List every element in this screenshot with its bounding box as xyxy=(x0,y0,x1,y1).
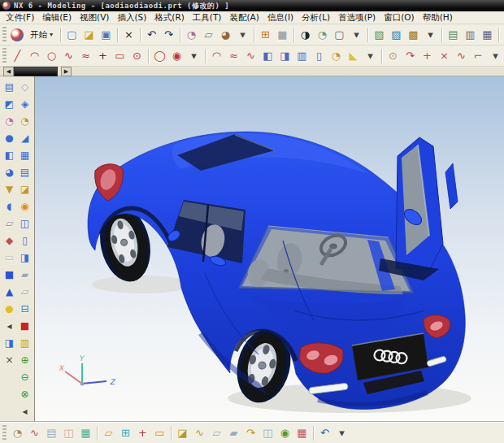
two-boxes-icon[interactable]: ◫ xyxy=(18,215,32,232)
hole-icon[interactable]: ◖ xyxy=(2,198,16,215)
shell-icon[interactable]: ◔ xyxy=(18,112,32,129)
menu-item-0[interactable]: 文件(F) xyxy=(2,11,38,24)
chamfer-icon[interactable]: ◇ xyxy=(18,78,32,95)
delete-icon[interactable]: × xyxy=(120,27,137,43)
view-iso-icon[interactable]: ▧ xyxy=(371,27,388,43)
sheets-icon[interactable]: ◫ xyxy=(259,425,276,441)
menu-item-9[interactable]: 首选项(P) xyxy=(334,11,380,24)
trim-curve-icon[interactable]: ⌐ xyxy=(470,48,487,64)
new-file-icon[interactable]: ▢ xyxy=(63,27,80,43)
layer-settings-icon[interactable]: ▤ xyxy=(445,27,462,43)
more-operations-caret-icon[interactable]: ◂ xyxy=(18,402,32,419)
menu-item-8[interactable]: 分析(L) xyxy=(298,11,334,24)
plus-curve-icon[interactable]: + xyxy=(419,48,436,64)
layer-category-icon[interactable]: ▦ xyxy=(479,27,496,43)
line-icon[interactable]: ╱ xyxy=(9,48,26,64)
view-trimetric-icon[interactable]: ▨ xyxy=(388,27,405,43)
two-pages-icon[interactable]: ▤ xyxy=(2,78,16,95)
block-primitive-icon[interactable]: ■ xyxy=(2,266,16,283)
sketch-curve-icon[interactable]: ∿ xyxy=(26,425,43,441)
scale-body-icon[interactable]: ◪ xyxy=(18,180,32,198)
csys-arrows-icon[interactable]: + xyxy=(134,425,151,441)
menu-item-10[interactable]: 窗口(O) xyxy=(380,11,418,24)
dock-scroll-right-button[interactable]: ▶ xyxy=(61,67,72,76)
cone-primitive-icon[interactable]: ▲ xyxy=(2,283,16,300)
gold-wave-icon[interactable]: ∿ xyxy=(191,425,208,441)
thicken-icon[interactable]: ▤ xyxy=(18,163,32,180)
project-curve-icon[interactable]: ◧ xyxy=(259,48,276,64)
polygon-icon[interactable]: ⊙ xyxy=(128,48,146,64)
unite-sheet-icon[interactable]: ◉ xyxy=(18,198,32,215)
menu-item-4[interactable]: 格式(R) xyxy=(150,11,189,24)
sphere-section-icon[interactable]: ◕ xyxy=(2,163,16,180)
hook-icon[interactable]: ↷ xyxy=(242,425,259,441)
sheet-b-icon[interactable]: ▱ xyxy=(18,283,32,300)
magnet-icon[interactable]: ◔ xyxy=(2,112,16,129)
more-features-caret-icon[interactable]: ◂ xyxy=(2,317,16,334)
touch-caret-icon[interactable]: ▾ xyxy=(234,27,251,43)
touch-mode-icon[interactable]: ◕ xyxy=(217,27,234,43)
save-file-icon[interactable]: ▣ xyxy=(98,27,115,43)
pad-icon[interactable]: ▱ xyxy=(2,215,16,232)
open-file-icon[interactable]: ◪ xyxy=(80,27,98,43)
red-grid-icon[interactable]: ▦ xyxy=(293,425,311,441)
zoom-curve-icon[interactable]: ⊙ xyxy=(385,48,402,64)
menu-item-1[interactable]: 编辑(E) xyxy=(38,11,76,24)
rotate-view-icon[interactable]: ↶ xyxy=(316,425,333,441)
toolbar-handle[interactable] xyxy=(2,27,7,43)
undo-icon[interactable]: ↶ xyxy=(143,27,160,43)
delete-body-icon[interactable]: ■ xyxy=(18,317,32,334)
spline-icon[interactable]: ∿ xyxy=(60,48,77,64)
menu-item-7[interactable]: 信息(I) xyxy=(263,11,298,24)
display-style-icon[interactable]: ▢ xyxy=(331,27,348,43)
doc-transfer-icon[interactable]: ▱ xyxy=(100,425,117,441)
boolean-unite-icon[interactable]: ⊕ xyxy=(18,351,32,368)
view-caret-icon[interactable]: ▾ xyxy=(422,27,439,43)
trim-caret-icon[interactable]: ▾ xyxy=(487,48,504,64)
conic-icon[interactable]: ◉ xyxy=(168,48,185,64)
dock-scroll-left-button[interactable]: ◀ xyxy=(3,67,14,76)
sheet-dark-icon[interactable]: ▰ xyxy=(225,425,242,441)
toolbar-handle[interactable] xyxy=(2,48,7,64)
studio-spline-icon[interactable]: ≈ xyxy=(77,48,94,64)
menu-item-3[interactable]: 插入(S) xyxy=(113,11,150,24)
wave-curve-icon[interactable]: ∿ xyxy=(453,48,470,64)
arc-icon[interactable]: ◠ xyxy=(26,48,43,64)
arrange-window-icon[interactable]: ▱ xyxy=(200,27,217,43)
toolbar-handle[interactable] xyxy=(2,425,7,441)
bridge-curve-icon[interactable]: ≈ xyxy=(225,48,242,64)
sphere-primitive-icon[interactable]: ● xyxy=(2,300,16,317)
circle-icon[interactable]: ○ xyxy=(43,48,60,64)
datum-axis-icon[interactable]: × xyxy=(2,351,16,368)
boolean-intersect-icon[interactable]: ⊗ xyxy=(18,385,32,402)
sheet-light-icon[interactable]: ▱ xyxy=(208,425,225,441)
datum-plane-icon[interactable]: ▭ xyxy=(2,249,16,266)
link-icon[interactable]: ◔ xyxy=(183,27,200,43)
trim-body-icon[interactable]: ▦ xyxy=(18,146,32,163)
cube-axes-icon[interactable]: ⊞ xyxy=(117,425,134,441)
layer-visible-icon[interactable]: ▥ xyxy=(462,27,479,43)
datum-grid-icon[interactable]: ◩ xyxy=(2,95,16,112)
menu-item-6[interactable]: 装配(A) xyxy=(225,11,263,24)
graphics-window[interactable]: X Y Z xyxy=(35,76,504,422)
fit-window-icon[interactable]: ⊞ xyxy=(257,27,274,43)
fan-surface-icon[interactable]: ◔ xyxy=(328,48,345,64)
orange-brick-icon[interactable]: ▭ xyxy=(151,425,168,441)
robot-icon[interactable]: ◫ xyxy=(60,425,77,441)
selection-ball-icon[interactable]: ◔ xyxy=(9,425,26,441)
style-caret-icon[interactable]: ▾ xyxy=(348,27,365,43)
rectangle-icon[interactable]: ▭ xyxy=(111,48,128,64)
redo-icon[interactable]: ↷ xyxy=(160,27,177,43)
sheet-a-icon[interactable]: ▰ xyxy=(18,266,32,283)
point-icon[interactable]: + xyxy=(94,48,111,64)
menu-item-2[interactable]: 视图(V) xyxy=(76,11,113,24)
boolean-subtract-icon[interactable]: ⊖ xyxy=(18,368,32,385)
intersect-curve-icon[interactable]: ◨ xyxy=(276,48,293,64)
gold-pair-icon[interactable]: ◪ xyxy=(174,425,191,441)
curve-caret-icon[interactable]: ▾ xyxy=(185,48,202,64)
cylinders-icon[interactable]: ▯ xyxy=(18,232,32,249)
edge-blend-icon[interactable]: ◈ xyxy=(18,95,32,112)
emboss-icon[interactable]: ◆ xyxy=(2,232,16,249)
cylinder-icon[interactable]: ● xyxy=(2,129,16,146)
surface-caret-icon[interactable]: ▾ xyxy=(362,48,379,64)
